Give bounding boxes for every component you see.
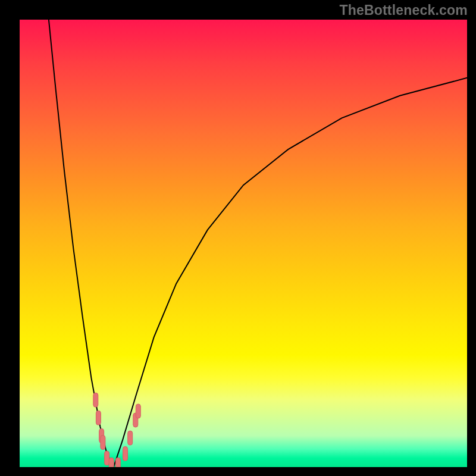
data-marker	[136, 404, 140, 418]
bottleneck-curve-left	[49, 20, 114, 467]
watermark-text: TheBottleneck.com	[339, 2, 468, 18]
data-marker	[105, 451, 109, 465]
plot-area	[20, 20, 467, 467]
data-marker	[109, 458, 114, 467]
data-marker	[115, 458, 120, 467]
curve-layer	[20, 20, 467, 467]
data-marker	[93, 393, 98, 407]
data-marker	[101, 436, 105, 450]
data-marker	[96, 411, 101, 425]
data-marker	[128, 431, 133, 445]
chart-frame: TheBottleneck.com	[0, 0, 476, 476]
bottleneck-curve-right	[114, 78, 467, 467]
data-marker	[123, 446, 128, 461]
